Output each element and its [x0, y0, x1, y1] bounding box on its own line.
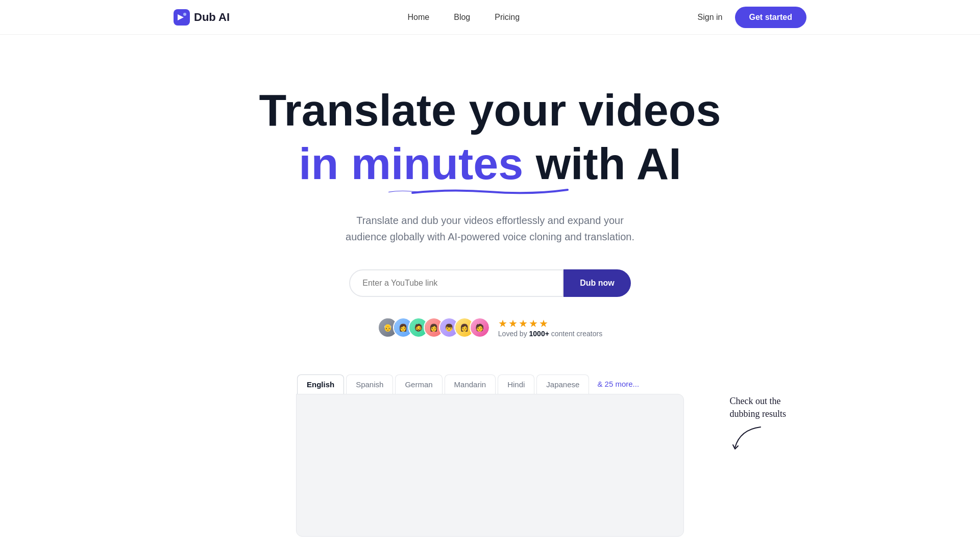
tab-japanese[interactable]: Japanese: [536, 374, 589, 394]
tab-english[interactable]: English: [297, 374, 344, 394]
nav-links: Home Blog Pricing: [408, 13, 520, 22]
tab-mandarin[interactable]: Mandarin: [445, 374, 496, 394]
demo-video-area: [296, 394, 684, 537]
tab-hindi[interactable]: Hindi: [498, 374, 534, 394]
loved-count: 1000+: [529, 330, 549, 338]
nav-home[interactable]: Home: [408, 13, 430, 21]
nav-actions: Sign in Get started: [698, 7, 806, 28]
annotation: Check out the dubbing results: [730, 395, 787, 455]
brand-name: Dub AI: [194, 11, 230, 24]
hero-title-line2: in minutes with AI: [10, 139, 970, 189]
social-proof: 👴 👩 🧔 👩 👦 👩 🧑 ★★★★★ Lov: [10, 317, 970, 338]
hero-highlight-minutes: in minutes: [299, 139, 523, 189]
navbar: Dub AI Home Blog Pricing Sign in Get sta…: [0, 0, 980, 35]
logo[interactable]: Dub AI: [174, 9, 230, 26]
loved-prefix: Loved by: [498, 330, 529, 338]
input-row: Dub now: [10, 269, 970, 297]
tab-german[interactable]: German: [395, 374, 442, 394]
get-started-button[interactable]: Get started: [735, 7, 806, 28]
annotation-line1: Check out the: [730, 396, 781, 406]
logo-icon: [174, 9, 190, 26]
youtube-link-input[interactable]: [349, 269, 564, 297]
star-rating: ★★★★★: [498, 317, 549, 330]
avatar: 🧑: [470, 317, 490, 338]
loved-suffix: content creators: [549, 330, 602, 338]
hero-with-ai: with AI: [523, 138, 681, 189]
annotation-text: Check out the dubbing results: [730, 395, 787, 420]
tab-spanish[interactable]: Spanish: [346, 374, 393, 394]
sign-in-button[interactable]: Sign in: [698, 13, 723, 22]
language-tabs: English Spanish German Mandarin Hindi Ja…: [296, 374, 684, 394]
dub-now-button[interactable]: Dub now: [564, 269, 631, 297]
loved-text: Loved by 1000+ content creators: [498, 330, 602, 338]
hero-title-line1: Translate your videos: [259, 85, 721, 135]
avatars-group: 👴 👩 🧔 👩 👦 👩 🧑: [378, 317, 490, 338]
hero-title: Translate your videos: [10, 86, 970, 135]
svg-point-1: [183, 13, 186, 16]
nav-blog[interactable]: Blog: [454, 13, 470, 21]
annotation-arrow-icon: [730, 424, 771, 455]
demo-wrapper: Check out the dubbing results English Sp…: [296, 374, 684, 537]
hero-section: Translate your videos in minutes with AI…: [0, 35, 980, 551]
more-languages-button[interactable]: & 25 more...: [591, 374, 645, 393]
nav-pricing[interactable]: Pricing: [495, 13, 520, 21]
hero-subtitle: Translate and dub your videos effortless…: [337, 212, 643, 245]
proof-text: ★★★★★ Loved by 1000+ content creators: [498, 317, 602, 338]
annotation-line2: dubbing results: [730, 409, 787, 419]
